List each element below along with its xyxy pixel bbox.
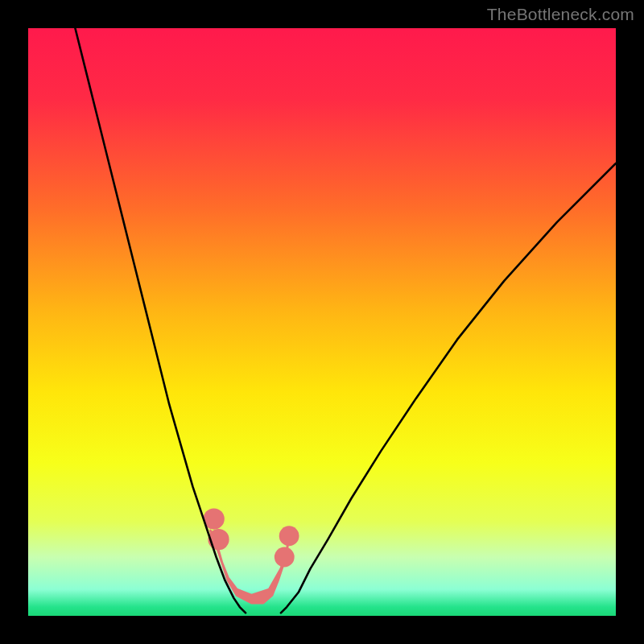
svg-point-3 bbox=[275, 547, 295, 568]
svg-point-4 bbox=[279, 526, 299, 546]
watermark-text: TheBottleneck.com bbox=[487, 5, 634, 24]
bottleneck-curves bbox=[75, 28, 616, 613]
salmon-blob bbox=[204, 508, 299, 603]
plot-area bbox=[28, 28, 616, 616]
curves-layer bbox=[28, 28, 616, 616]
chart-frame: TheBottleneck.com bbox=[0, 0, 644, 644]
